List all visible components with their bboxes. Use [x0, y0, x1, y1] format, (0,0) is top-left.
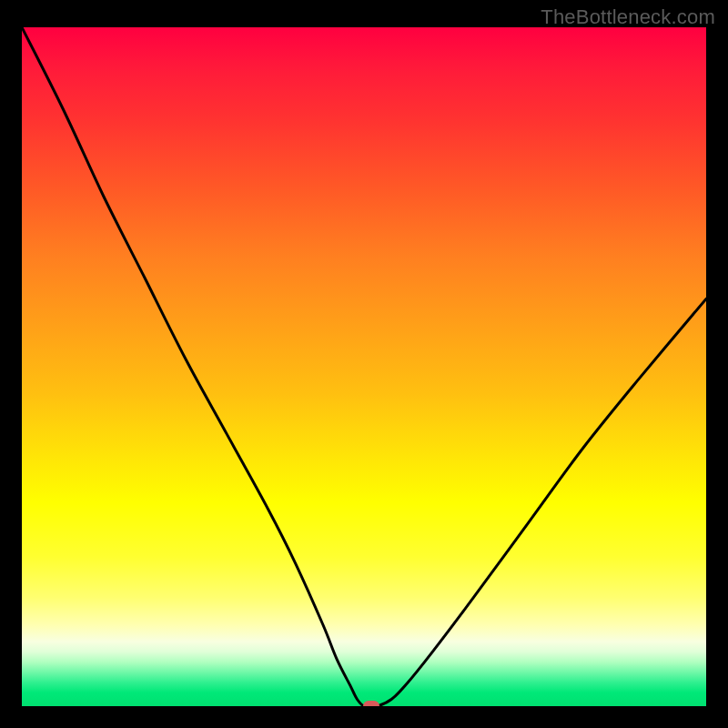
- chart-container: TheBottleneck.com: [0, 0, 728, 728]
- watermark-text: TheBottleneck.com: [541, 5, 715, 29]
- bottleneck-line: [22, 27, 706, 706]
- plot-area: [22, 27, 706, 706]
- curve-svg: [22, 27, 706, 706]
- minimum-marker: [363, 701, 379, 706]
